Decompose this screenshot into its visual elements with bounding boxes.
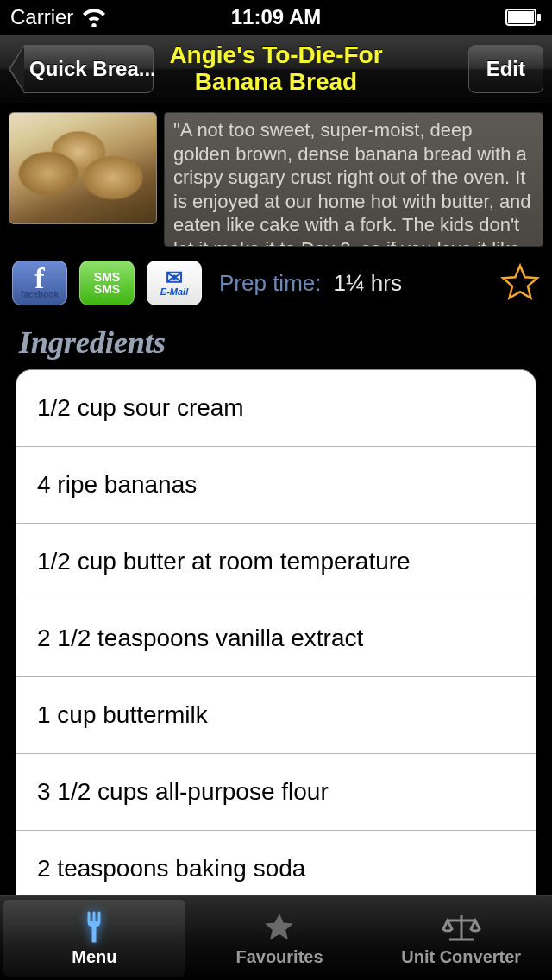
tab-menu[interactable]: Menu <box>3 900 185 977</box>
tab-bar: Menu Favourites Unit Converter <box>0 895 552 980</box>
facebook-icon: f <box>34 267 44 290</box>
list-item[interactable]: 3 1/2 cups all-purpose flour <box>16 754 536 831</box>
list-item[interactable]: 4 ripe bananas <box>16 447 536 524</box>
navigation-bar: Quick Brea... Angie's To-Die-For Banana … <box>0 35 552 104</box>
wifi-icon <box>82 8 106 27</box>
fork-icon <box>77 910 111 945</box>
ingredients-list[interactable]: 1/2 cup sour cream 4 ripe bananas 1/2 cu… <box>16 369 536 918</box>
share-meta-row: f facebook SMS SMS ✉︎ E-Mail Prep time: … <box>0 255 552 314</box>
clock: 11:09 AM <box>231 5 321 29</box>
star-icon <box>262 910 297 945</box>
recipe-photo[interactable] <box>9 112 157 224</box>
ingredients-heading: Ingredients <box>0 314 552 369</box>
tab-label: Unit Converter <box>401 947 521 967</box>
prep-time-label: Prep time: <box>219 270 322 297</box>
edit-button[interactable]: Edit <box>468 45 543 93</box>
svg-rect-2 <box>537 14 541 21</box>
email-label: E-Mail <box>160 286 188 297</box>
favourite-star-icon[interactable] <box>500 263 540 303</box>
list-item[interactable]: 2 1/2 teaspoons vanilla extract <box>16 600 536 677</box>
facebook-label: facebook <box>21 290 59 299</box>
recipe-description[interactable]: "A not too sweet, super-moist, deep gold… <box>164 112 543 247</box>
battery-icon <box>505 9 542 26</box>
recipe-header: "A not too sweet, super-moist, deep gold… <box>0 104 552 255</box>
list-item[interactable]: 1 cup buttermilk <box>16 677 536 754</box>
list-item[interactable]: 1/2 cup sour cream <box>16 370 536 447</box>
tab-label: Favourites <box>235 947 323 967</box>
share-sms-button[interactable]: SMS SMS <box>79 261 135 305</box>
edit-button-label: Edit <box>486 57 525 81</box>
svg-rect-1 <box>508 11 534 23</box>
tab-unit-converter[interactable]: Unit Converter <box>370 896 552 980</box>
share-facebook-button[interactable]: f facebook <box>12 261 67 305</box>
email-icon: ✉︎ <box>166 269 183 286</box>
sms-icon: SMS <box>94 271 120 283</box>
prep-time-value: 1¼ hrs <box>334 270 403 297</box>
scale-icon <box>441 910 482 945</box>
share-email-button[interactable]: ✉︎ E-Mail <box>147 261 202 305</box>
status-bar: Carrier 11:09 AM <box>0 0 552 35</box>
tab-label: Menu <box>72 947 116 967</box>
tab-favourites[interactable]: Favourites <box>189 896 371 980</box>
carrier-label: Carrier <box>10 5 73 29</box>
list-item[interactable]: 1/2 cup butter at room temperature <box>16 524 536 600</box>
sms-label: SMS <box>94 283 120 295</box>
page-title: Angie's To-Die-For Banana Bread <box>129 42 423 96</box>
